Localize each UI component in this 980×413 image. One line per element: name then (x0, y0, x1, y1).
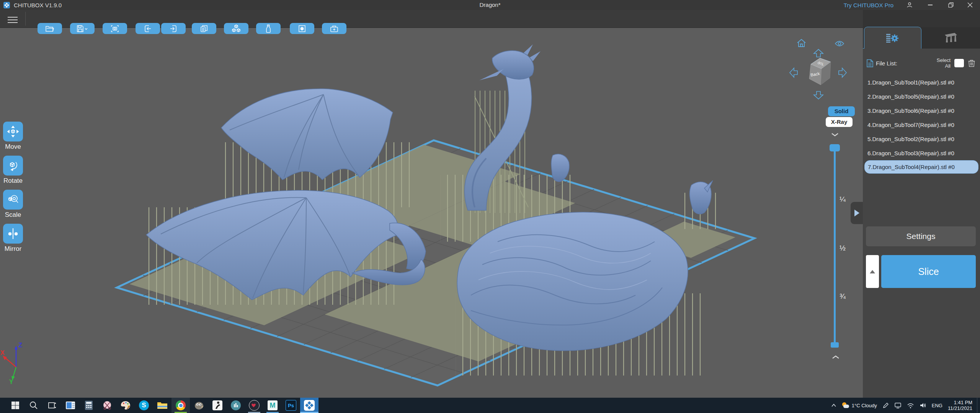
maya-icon: M (268, 400, 278, 410)
home-view-button[interactable] (796, 38, 807, 49)
restore-button[interactable] (943, 0, 959, 10)
square-hole-icon (298, 25, 306, 33)
xray-mode-button[interactable]: X-Ray (826, 117, 853, 127)
minimize-icon (928, 5, 933, 5)
taskbar-snipping-app[interactable] (98, 398, 116, 413)
file-list-item[interactable]: 2.Dragon_SubTool5(Repair).stl #0 (863, 89, 980, 104)
close-button[interactable] (962, 0, 978, 10)
skype-icon: S (139, 400, 149, 410)
slice-button[interactable]: Slice (881, 255, 976, 288)
file-explorer-icon (157, 401, 168, 410)
file-settings-tab-icon (885, 32, 900, 44)
paint-icon (121, 400, 131, 410)
height-slider-bottom-handle[interactable] (831, 342, 839, 348)
tray-expand-button[interactable] (831, 403, 836, 407)
taskbar-zbrush-app[interactable] (208, 398, 227, 413)
file-list-item-selected[interactable]: 7.Dragon_SubTool4(Repair).stl #0 (864, 160, 978, 174)
viewport-3d-scene[interactable] (0, 28, 863, 398)
chevron-up-icon (831, 403, 836, 407)
taskbar-medibang-app[interactable] (245, 398, 263, 413)
try-pro-link[interactable]: Try CHITUBOX Pro (844, 2, 893, 8)
tray-pen-icon-button[interactable] (882, 402, 889, 409)
tray-wifi-icon-button[interactable] (907, 403, 914, 408)
file-list-item[interactable]: 4.Dragon_SubTool7(Repair).stl #0 (863, 118, 980, 132)
move-icon (7, 125, 20, 138)
wifi-icon (907, 403, 914, 408)
toolbar-export-button[interactable] (161, 23, 186, 34)
toolbar-save-button[interactable] (70, 23, 95, 34)
windows-taskbar: S (0, 398, 980, 413)
task-view-button[interactable] (43, 398, 61, 413)
toolbar-toolbox-button[interactable] (322, 23, 346, 34)
slider-mark-quarter: ¼ (840, 195, 853, 203)
gimp-icon (194, 400, 204, 410)
triangle-up-icon (870, 270, 875, 273)
mirror-tool-button[interactable] (3, 224, 23, 244)
toolbar-resin-button[interactable] (256, 23, 281, 34)
tray-clock[interactable]: 1:41 PM 11/21/2021 (948, 400, 972, 411)
minimize-button[interactable] (923, 0, 938, 10)
slider-step-down-button[interactable] (831, 132, 839, 138)
scale-tool-button[interactable] (3, 190, 23, 210)
toolbar-arrange-button[interactable] (224, 23, 248, 34)
medibang-icon (249, 400, 260, 411)
folder-open-icon (45, 25, 54, 33)
toolbar-snapshot-button[interactable] (103, 23, 127, 34)
tray-volume-icon-button[interactable] (920, 402, 926, 408)
slice-options-button[interactable] (866, 255, 879, 288)
rotate-view-left-button[interactable] (789, 66, 799, 81)
menu-button[interactable] (8, 15, 18, 23)
toolbox-plus-icon (330, 25, 338, 33)
delete-files-button[interactable] (968, 59, 975, 67)
user-account-button[interactable] (902, 0, 917, 10)
solid-mode-button[interactable]: Solid (828, 106, 855, 116)
taskbar-chrome-app[interactable] (172, 398, 190, 413)
taskbar-photos-app[interactable] (61, 398, 80, 413)
taskbar-photoshop-app[interactable]: Ps (282, 398, 300, 413)
start-button[interactable] (6, 398, 24, 413)
view-cube[interactable]: Top Back (804, 56, 835, 88)
tab-file-settings[interactable] (864, 27, 921, 49)
taskbar-file-explorer[interactable] (153, 398, 172, 413)
taskbar-gimp-app[interactable] (190, 398, 208, 413)
file-list-item[interactable]: 3.Dragon_SubTool6(Repair).stl #0 (863, 104, 980, 118)
show-desktop-button[interactable] (977, 398, 980, 413)
restore-icon (948, 2, 954, 8)
taskbar-paint-app[interactable] (116, 398, 135, 413)
perspective-toggle-button[interactable] (835, 40, 844, 49)
file-list-label: File List: (876, 60, 897, 67)
mirror-icon (7, 227, 20, 240)
slider-step-up-button[interactable] (831, 354, 840, 361)
height-slider-track[interactable] (834, 150, 836, 345)
file-list-item[interactable]: 1.Dragon_SubTool1(Repair).stl #0 (863, 75, 980, 89)
settings-button[interactable]: Settings (866, 226, 976, 246)
select-all-checkbox[interactable] (954, 59, 964, 67)
toolbar-hole-button[interactable] (290, 23, 314, 34)
home-icon (796, 38, 807, 48)
rotate-view-right-button[interactable] (838, 66, 848, 81)
tray-language[interactable]: ENG (932, 403, 942, 408)
tray-network-icon-button[interactable] (894, 402, 902, 408)
taskbar-skype-app[interactable]: S (135, 398, 153, 413)
panel-collapse-button[interactable] (851, 202, 863, 224)
file-list-item[interactable]: 6.Dragon_SubTool3(Repair).stl #0 (863, 146, 980, 160)
file-list-item[interactable]: 5.Dragon_SubTool2(Repair).stl #0 (863, 132, 980, 146)
tray-weather[interactable]: 1°C Cloudy (842, 402, 877, 409)
arrow-in-icon (144, 25, 152, 33)
rotate-tool-button[interactable] (3, 156, 23, 176)
snipping-tool-icon (102, 400, 112, 410)
toolbar-import-button[interactable] (136, 23, 160, 34)
taskbar-music-app[interactable] (227, 398, 245, 413)
toolbar-copy-button[interactable] (192, 23, 216, 34)
taskbar-chitubox-app[interactable] (300, 398, 318, 413)
toolbar-open-file-button[interactable] (38, 23, 62, 34)
tab-support[interactable] (921, 27, 980, 49)
taskbar-maya-app[interactable]: M (263, 398, 282, 413)
move-tool-button[interactable] (3, 122, 23, 141)
taskbar-calculator-app[interactable] (80, 398, 98, 413)
taskbar-search-button[interactable] (24, 398, 43, 413)
chitubox-taskbar-icon (304, 400, 315, 411)
arrow-right-icon (838, 66, 848, 80)
rotate-view-down-button[interactable] (812, 90, 825, 102)
file-list-header: File List: Select All (863, 55, 980, 72)
